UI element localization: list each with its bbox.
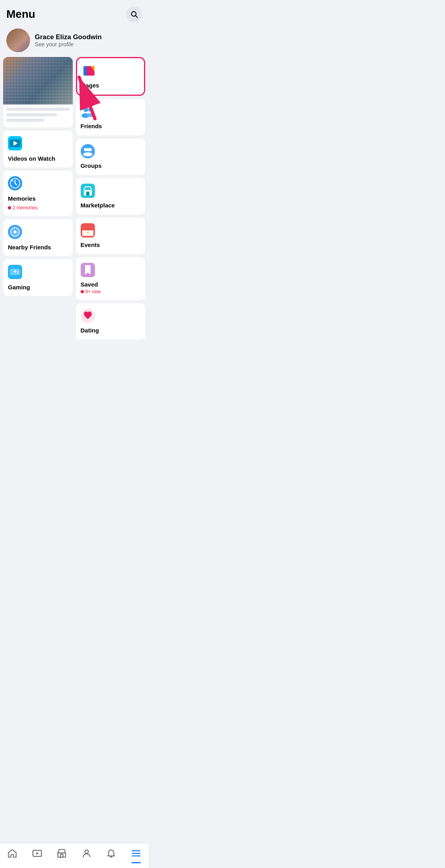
svg-rect-37 <box>90 225 91 228</box>
memories-dot <box>8 206 11 209</box>
right-column: Pages Friends <box>76 57 146 340</box>
memories-icon <box>8 176 68 192</box>
gaming-card[interactable]: Gaming <box>3 259 73 296</box>
post-text-area <box>3 104 73 127</box>
nearby-friends-card[interactable]: Nearby Friends <box>3 219 73 256</box>
svg-point-21 <box>88 108 92 112</box>
friends-card[interactable]: Friends <box>76 99 146 135</box>
gaming-icon <box>8 265 68 281</box>
friends-icon <box>81 104 141 120</box>
dating-icon <box>81 309 141 325</box>
post-text-line <box>6 113 57 116</box>
groups-label: Groups <box>81 162 102 169</box>
saved-dot <box>81 290 84 293</box>
marketplace-label: Marketplace <box>81 202 115 209</box>
pages-label: Pages <box>82 82 99 89</box>
events-card[interactable]: Events <box>76 218 146 254</box>
svg-point-23 <box>87 113 94 117</box>
friends-label: Friends <box>81 123 102 129</box>
nearby-friends-icon <box>8 225 68 241</box>
nearby-friends-label: Nearby Friends <box>8 244 68 251</box>
gaming-label: Gaming <box>8 284 68 291</box>
saved-icon <box>81 263 141 279</box>
profile-subtitle: See your profile <box>35 41 102 47</box>
svg-point-27 <box>86 148 89 151</box>
saved-label: Saved <box>81 281 98 288</box>
svg-point-20 <box>83 107 88 112</box>
videos-on-watch-label: Videos on Watch <box>8 155 68 162</box>
svg-point-15 <box>17 271 19 272</box>
profile-name: Grace Eliza Goodwin <box>35 33 102 41</box>
dating-label: Dating <box>81 327 99 334</box>
groups-card[interactable]: Groups <box>76 139 146 175</box>
memories-sub: 2 memories <box>8 205 68 211</box>
memories-label: Memories <box>8 195 68 202</box>
saved-card[interactable]: Saved 9+ new <box>76 257 146 300</box>
svg-point-28 <box>83 152 93 156</box>
pages-card[interactable]: Pages <box>76 57 146 96</box>
svg-rect-31 <box>86 192 89 196</box>
groups-icon <box>81 144 141 160</box>
videos-on-watch-card[interactable]: Videos on Watch <box>3 131 73 167</box>
profile-info: Grace Eliza Goodwin See your profile <box>35 33 102 47</box>
watch-icon <box>8 136 68 152</box>
svg-rect-35 <box>82 229 93 230</box>
marketplace-icon <box>81 184 141 199</box>
left-column: Videos on Watch <box>3 57 73 340</box>
main-content: Videos on Watch <box>0 57 148 340</box>
profile-row[interactable]: Grace Eliza Goodwin See your profile <box>0 25 148 57</box>
dating-card[interactable]: Dating <box>76 303 146 340</box>
memories-card[interactable]: Memories 2 memories <box>3 171 73 216</box>
post-text-line <box>6 108 70 111</box>
events-icon <box>81 223 141 239</box>
post-text-line <box>6 119 44 122</box>
svg-point-9 <box>13 230 17 234</box>
header: Menu <box>0 0 148 25</box>
svg-rect-14 <box>15 270 15 273</box>
svg-rect-36 <box>85 225 86 228</box>
saved-sub: 9+ new <box>81 289 141 294</box>
search-button[interactable] <box>126 6 142 22</box>
pages-icon <box>82 64 140 80</box>
post-card <box>3 57 73 127</box>
events-label: Events <box>81 241 100 248</box>
svg-line-1 <box>136 16 138 18</box>
svg-point-16 <box>17 273 19 274</box>
avatar <box>6 28 30 52</box>
post-image <box>3 57 73 104</box>
page-title: Menu <box>6 8 35 21</box>
marketplace-card[interactable]: Marketplace <box>76 178 146 215</box>
search-icon <box>130 10 138 18</box>
